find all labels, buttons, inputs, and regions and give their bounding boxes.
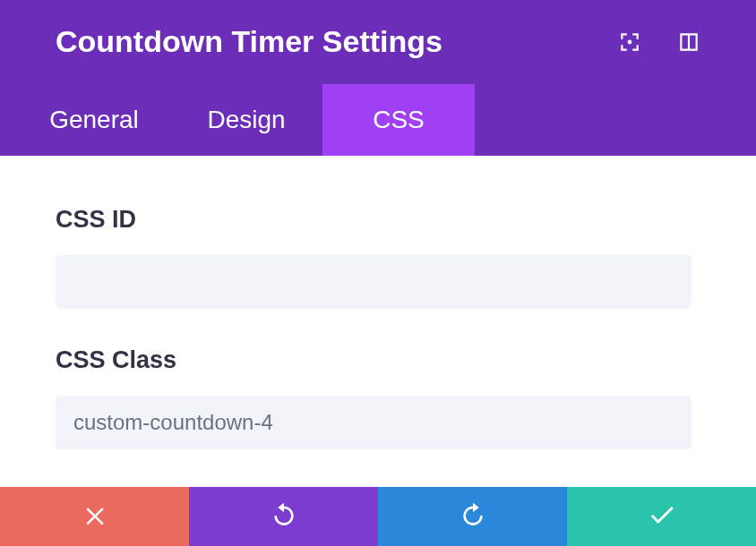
header-icons: [618, 30, 700, 54]
redo-icon: [459, 500, 487, 533]
expand-icon[interactable]: [618, 30, 641, 54]
input-css-class[interactable]: [56, 396, 692, 449]
label-css-class: CSS Class: [56, 346, 700, 374]
undo-button[interactable]: [189, 487, 378, 546]
tab-general[interactable]: General: [18, 84, 170, 156]
settings-modal: Countdown Timer Settings General Design …: [0, 0, 756, 546]
columns-icon[interactable]: [677, 30, 700, 54]
input-css-id[interactable]: [56, 255, 692, 309]
tab-css[interactable]: CSS: [322, 84, 475, 156]
save-button[interactable]: [567, 487, 756, 546]
check-icon: [647, 499, 677, 533]
field-css-class: CSS Class: [56, 346, 700, 449]
content-area: CSS ID CSS Class: [0, 156, 756, 487]
field-css-id: CSS ID: [56, 206, 700, 309]
label-css-id: CSS ID: [56, 206, 700, 234]
modal-header: Countdown Timer Settings: [0, 0, 756, 84]
close-button[interactable]: [0, 487, 189, 546]
redo-button[interactable]: [378, 487, 567, 546]
modal-title: Countdown Timer Settings: [56, 24, 442, 59]
tabs-wrap: General Design CSS: [0, 84, 756, 156]
close-icon: [82, 501, 108, 532]
undo-icon: [270, 500, 298, 533]
tab-design[interactable]: Design: [170, 84, 322, 156]
svg-point-0: [628, 40, 632, 45]
modal-footer: [0, 487, 756, 546]
tabs: General Design CSS: [0, 84, 756, 156]
